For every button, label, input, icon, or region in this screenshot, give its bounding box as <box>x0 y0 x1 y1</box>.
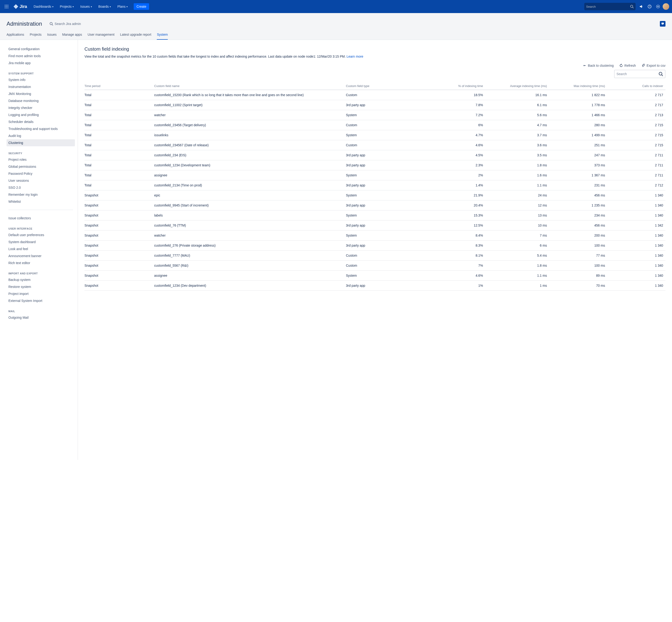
svg-text:?: ? <box>649 5 650 8</box>
sidebar-item[interactable]: Instrumentation <box>6 83 75 90</box>
cell-calls: 1 340 <box>607 210 666 220</box>
cell-type: 3rd party app <box>346 180 422 191</box>
export-csv-link[interactable]: Export to csv <box>641 64 666 67</box>
refresh-link[interactable]: Refresh <box>619 64 636 67</box>
nav-dashboards[interactable]: Dashboards▾ <box>31 3 56 10</box>
sidebar-item[interactable]: Project import <box>6 290 75 297</box>
sidebar-item[interactable]: System info <box>6 76 75 83</box>
cell-pct: 7.8% <box>422 100 485 110</box>
cell-max: 231 ms <box>549 180 607 191</box>
back-to-clustering-link[interactable]: Back to clustering <box>583 64 614 67</box>
cell-calls: 2 712 <box>607 180 666 191</box>
sidebar-item-issue-collectors[interactable]: Issue collectors <box>6 215 75 222</box>
global-search-input[interactable] <box>586 5 630 8</box>
tab-user-management[interactable]: User management <box>88 33 114 40</box>
sidebar-item[interactable]: Whitelist <box>6 198 75 205</box>
sidebar-item[interactable]: Audit log <box>6 132 75 139</box>
th-max-indexing-time[interactable]: Max indexing time (ms) <box>549 82 607 90</box>
sidebar-item[interactable]: Global permissions <box>6 163 75 170</box>
cell-avg: 5.6 ms <box>485 110 549 120</box>
global-search[interactable] <box>584 3 636 10</box>
cell-period: Snapshot <box>85 191 154 200</box>
help-button[interactable]: ? <box>646 3 653 10</box>
cell-avg: 10 ms <box>485 220 549 231</box>
table-search-input[interactable] <box>616 72 659 76</box>
jira-logo[interactable]: Jira <box>12 4 29 9</box>
th-pct-indexing-time[interactable]: % of indexing time <box>422 82 485 90</box>
sidebar-item[interactable]: Jira mobile app <box>6 60 75 67</box>
cell-period: Total <box>85 100 154 110</box>
sidebar-item[interactable]: General configuration <box>6 45 75 53</box>
svg-point-22 <box>50 23 52 25</box>
sidebar-item[interactable]: Default user preferences <box>6 232 75 238</box>
cell-calls: 1 340 <box>607 250 666 261</box>
sidebar-item[interactable]: Rich text editor <box>6 260 75 267</box>
cell-name: customfield_2134 (Time on prod) <box>154 180 346 191</box>
sidebar-item[interactable]: Look and feel <box>6 245 75 252</box>
table-row: Totalcustomfield_23456 (Target delivery)… <box>85 120 666 130</box>
tab-issues[interactable]: Issues <box>47 33 57 40</box>
sidebar-item[interactable]: JMX Monitoring <box>6 90 75 97</box>
tab-system[interactable]: System <box>157 33 168 40</box>
sidebar-item[interactable]: External System Import <box>6 297 75 304</box>
sidebar-item[interactable]: Outgoing Mail <box>6 314 75 321</box>
sidebar-item[interactable]: Find more admin tools <box>6 53 75 60</box>
th-avg-indexing-time[interactable]: Average indexing time (ms) <box>485 82 549 90</box>
nav-boards[interactable]: Boards▾ <box>96 3 113 10</box>
svg-rect-17 <box>659 6 660 7</box>
tab-manage-apps[interactable]: Manage apps <box>62 33 82 40</box>
cell-type: 3rd party app <box>346 200 422 210</box>
th-time-period[interactable]: Time period <box>85 82 154 90</box>
sidebar-item[interactable]: Announcement banner <box>6 252 75 260</box>
sidebar-item[interactable]: Password Policy <box>6 170 75 177</box>
notifications-button[interactable] <box>637 3 645 10</box>
svg-point-3 <box>5 6 5 7</box>
sidebar-item[interactable]: Remember my login <box>6 191 75 198</box>
svg-line-23 <box>52 25 53 26</box>
cell-pct: 8.1% <box>422 250 485 261</box>
th-custom-field-type[interactable]: Custom field type <box>346 82 422 90</box>
cell-pct: 4.5% <box>422 150 485 160</box>
cell-pct: 1% <box>422 281 485 291</box>
nav-issues[interactable]: Issues▾ <box>78 3 94 10</box>
cell-name: customfield_9945 (Start of increment) <box>154 200 346 210</box>
sidebar-item[interactable]: Restore system <box>6 283 75 290</box>
learn-more-link[interactable]: Learn more <box>346 55 363 58</box>
sidebar-item[interactable]: Clustering <box>6 139 75 146</box>
cell-period: Snapshot <box>85 210 154 220</box>
th-calls-to-indexer[interactable]: Calls to indexer <box>607 82 666 90</box>
sidebar-item[interactable]: System dashboard <box>6 238 75 245</box>
svg-point-4 <box>6 6 7 7</box>
cell-period: Snapshot <box>85 231 154 241</box>
cell-avg: 12 ms <box>485 200 549 210</box>
sidebar-item[interactable]: Logging and profiling <box>6 111 75 118</box>
table-search[interactable] <box>614 70 666 78</box>
search-admin-button[interactable]: Search Jira admin <box>49 22 81 26</box>
app-switcher-button[interactable] <box>3 3 10 10</box>
cell-avg: 7 ms <box>485 231 549 241</box>
nav-projects[interactable]: Projects▾ <box>58 3 76 10</box>
cell-type: System <box>346 271 422 281</box>
tab-latest-upgrade[interactable]: Latest upgrade report <box>120 33 152 40</box>
feedback-button[interactable] <box>660 21 666 27</box>
sidebar-item[interactable]: User sessions <box>6 177 75 184</box>
settings-button[interactable] <box>654 3 662 10</box>
th-custom-field-name[interactable]: Custom field name <box>154 82 346 90</box>
sidebar-item[interactable]: SSO 2.0 <box>6 184 75 191</box>
tab-applications[interactable]: Applications <box>6 33 24 40</box>
sidebar-item[interactable]: Backup system <box>6 276 75 283</box>
sidebar-item[interactable]: Troubleshooting and support tools <box>6 125 75 132</box>
sidebar-item[interactable]: Scheduler details <box>6 118 75 125</box>
sidebar-item[interactable]: Project roles <box>6 156 75 163</box>
cell-calls: 2 711 <box>607 160 666 170</box>
create-button[interactable]: Create <box>134 3 149 10</box>
cell-max: 89 ms <box>549 271 607 281</box>
user-avatar[interactable] <box>663 3 669 10</box>
sidebar-item[interactable]: Database monitoring <box>6 97 75 104</box>
tab-projects[interactable]: Projects <box>30 33 42 40</box>
nav-plans[interactable]: Plans▾ <box>115 3 130 10</box>
sidebar-item[interactable]: Integrity checker <box>6 104 75 111</box>
cell-type: 3rd party app <box>346 220 422 231</box>
cell-avg: 16.1 ms <box>485 90 549 100</box>
table-row: Snapshotcustomfield_276 (Private storage… <box>85 241 666 250</box>
